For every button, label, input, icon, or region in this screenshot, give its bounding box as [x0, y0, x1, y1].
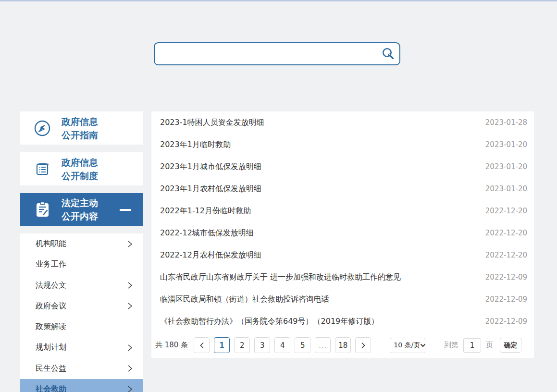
page-number-button[interactable]: 4	[274, 337, 290, 353]
sidebar-item-2[interactable]: 法规公文	[20, 275, 143, 296]
sidebar-item-1[interactable]: 业务工作	[20, 254, 143, 275]
search-button[interactable]	[378, 44, 397, 63]
sidebar-item-6[interactable]: 民生公益	[20, 358, 143, 379]
article-date: 2022-12-20	[485, 207, 527, 215]
chevron-left-icon	[199, 342, 204, 349]
article-title: 2023年1月农村低保发放明细	[160, 184, 476, 194]
article-date: 2023-01-20	[485, 140, 527, 149]
chevron-right-icon	[127, 365, 133, 372]
sidebar-menu-item-label: 政策解读	[36, 322, 127, 332]
goto-page-group: 到第 页 确定	[444, 338, 521, 353]
article-date: 2023-01-20	[485, 162, 527, 171]
article-date: 2023-01-20	[485, 184, 527, 193]
sidebar-menu-item-label: 政府会议	[36, 301, 127, 311]
sidebar-menu-item-label: 民生公益	[36, 364, 127, 374]
search-icon	[381, 47, 395, 61]
sidebar-item-7[interactable]: 社会救助	[20, 379, 143, 392]
page-size-select[interactable]: 10 条/页	[390, 338, 425, 353]
article-title: 山东省民政厅山东省财政厅关于 进一步加强和改进临时救助工作的意见	[160, 272, 476, 282]
article-list: 2023-1特困人员资金发放明细 2023-01-28 2023年1月临时救助 …	[151, 111, 534, 332]
sidebar-menu-item-label: 业务工作	[36, 259, 127, 270]
article-row[interactable]: 山东省民政厅山东省财政厅关于 进一步加强和改进临时救助工作的意见 2022-12…	[151, 266, 534, 288]
sidebar-block-system-label: 政府信息 公开制度	[62, 156, 98, 183]
sidebar-block-legal-disclosure-label: 法定主动 公开内容	[62, 196, 98, 223]
article-title: 2022-12城市低保发放明细	[160, 228, 476, 238]
top-accent-line	[0, 0, 557, 1]
chevron-right-icon	[127, 282, 133, 289]
article-date: 2022-12-20	[485, 229, 527, 237]
chevron-right-icon	[127, 303, 133, 309]
article-date: 2022-12-20	[485, 251, 527, 259]
sidebar-block-system[interactable]: 政府信息 公开制度	[20, 152, 143, 185]
chevron-right-icon	[127, 344, 133, 351]
minus-icon[interactable]	[120, 209, 131, 211]
page-buttons: 12345...18	[214, 337, 355, 353]
page-number-button[interactable]: 5	[295, 337, 310, 353]
sidebar-menu-item-label: 规划计划	[36, 343, 127, 353]
sidebar-item-5[interactable]: 规划计划	[20, 337, 143, 358]
page-ellipsis-button[interactable]: ...	[315, 337, 331, 353]
sidebar-item-3[interactable]: 政府会议	[20, 296, 143, 317]
sidebar-block-guide[interactable]: 政府信息 公开指南	[20, 111, 143, 145]
article-title: 2023年1月城市低保发放明细	[160, 162, 476, 172]
page-number-button[interactable]: 1	[214, 337, 230, 353]
sidebar-item-0[interactable]: 机构职能	[20, 233, 143, 254]
sidebar-menu-item-label: 社会救助	[36, 384, 127, 392]
article-date: 2022-12-09	[485, 295, 527, 304]
article-row[interactable]: 2022-12月农村低保发放明细 2022-12-20	[151, 244, 534, 266]
article-row[interactable]: 2023年1月农村低保发放明细 2023-01-20	[151, 178, 534, 200]
search-box	[154, 42, 400, 65]
compass-icon	[34, 120, 51, 137]
page-number-button[interactable]: 18	[335, 337, 351, 353]
goto-prefix-label: 到第	[444, 341, 458, 350]
page-number-button[interactable]: 2	[234, 337, 250, 353]
article-date: 2022-12-09	[485, 273, 527, 282]
sidebar-item-4[interactable]: 政策解读	[20, 317, 143, 337]
article-title: 《社会救助暂行办法》（国务院令第649号）（2019年修订版）	[160, 317, 476, 327]
page-number-button[interactable]: 3	[254, 337, 270, 353]
chevron-down-icon	[420, 343, 426, 347]
page-size-label: 10 条/页	[394, 341, 420, 350]
article-row[interactable]: 2022-12城市低保发放明细 2022-12-20	[151, 222, 534, 244]
document-icon	[34, 160, 51, 178]
article-title: 2023-1特困人员资金发放明细	[160, 118, 476, 128]
article-row[interactable]: 《社会救助暂行办法》（国务院令第649号）（2019年修订版） 2022-12-…	[151, 310, 534, 332]
pagination-bar: 共 180 条 12345...18 10 条/页	[151, 332, 534, 358]
next-page-button[interactable]	[355, 337, 371, 353]
article-row[interactable]: 2023年1月城市低保发放明细 2023-01-20	[151, 156, 534, 178]
article-row[interactable]: 临淄区民政局和镇（街道）社会救助投诉咨询电话 2022-12-09	[151, 288, 534, 310]
article-title: 2023年1月临时救助	[160, 140, 476, 150]
sidebar-menu: 机构职能 业务工作 法规公文 政府会议 政策解读	[20, 233, 143, 392]
sidebar-menu-item-label: 法规公文	[36, 281, 127, 291]
prev-page-button[interactable]	[194, 337, 210, 353]
article-row[interactable]: 2022年1-12月份临时救助 2022-12-20	[151, 200, 534, 222]
clipboard-icon	[34, 201, 51, 218]
article-row[interactable]: 2023年1月临时救助 2023-01-20	[151, 134, 534, 156]
chevron-right-icon	[127, 386, 133, 392]
sidebar-menu-item-label: 机构职能	[36, 239, 127, 249]
sidebar-block-guide-label: 政府信息 公开指南	[62, 115, 98, 142]
article-row[interactable]: 2023-1特困人员资金发放明细 2023-01-28	[151, 111, 534, 134]
chevron-right-icon	[127, 241, 133, 247]
article-date: 2023-01-28	[485, 118, 527, 127]
main-panel: 2023-1特困人员资金发放明细 2023-01-28 2023年1月临时救助 …	[151, 111, 534, 358]
article-title: 2022年1-12月份临时救助	[160, 206, 476, 216]
search-input[interactable]	[155, 43, 378, 64]
sidebar-block-legal-disclosure[interactable]: 法定主动 公开内容	[20, 193, 143, 226]
article-title: 临淄区民政局和镇（街道）社会救助投诉咨询电话	[160, 294, 476, 305]
goto-page-input[interactable]	[463, 338, 481, 353]
confirm-button[interactable]: 确定	[500, 338, 521, 353]
total-count-label: 共 180 条	[155, 341, 188, 350]
article-title: 2022-12月农村低保发放明细	[160, 250, 476, 260]
sidebar: 政府信息 公开指南 政府信息 公开制度	[20, 111, 143, 392]
goto-suffix-label: 页	[486, 341, 493, 350]
chevron-right-icon	[361, 342, 366, 349]
article-date: 2022-12-09	[485, 317, 527, 326]
page-canvas: 政府信息 公开指南 政府信息 公开制度	[0, 0, 557, 392]
